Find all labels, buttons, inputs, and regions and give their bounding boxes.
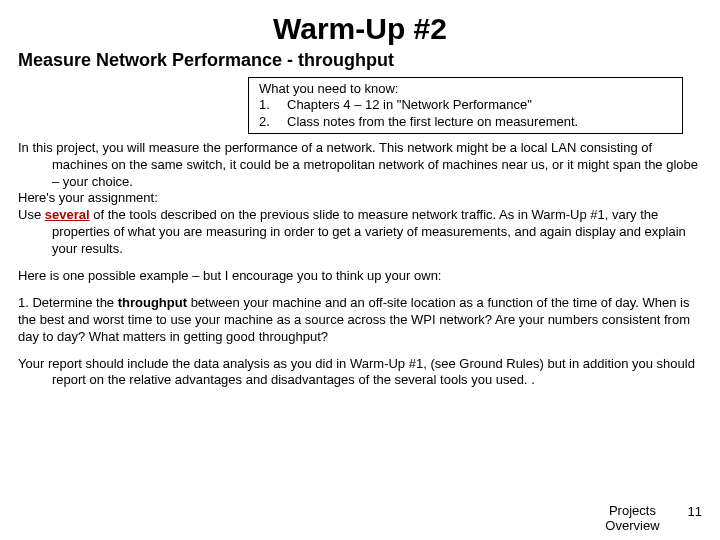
report-requirements: Your report should include the data anal…: [18, 356, 702, 390]
text-post: of the tools described on the previous s…: [52, 207, 686, 256]
prereq-num: 2.: [259, 114, 287, 130]
body-text: In this project, you will measure the pe…: [18, 140, 702, 390]
intro-line: In this project, you will measure the pe…: [18, 140, 702, 191]
assignment-line: Here's your assignment:: [18, 190, 702, 207]
use-several-line: Use several of the tools described on th…: [18, 207, 702, 258]
prereq-num: 1.: [259, 97, 287, 113]
footer-label-text: Projects Overview: [605, 503, 659, 533]
prereq-item: 2.Class notes from the first lecture on …: [259, 114, 676, 130]
page-number: 11: [688, 504, 702, 519]
prereq-item: 1.Chapters 4 – 12 in "Network Performanc…: [259, 97, 676, 113]
assignment-block: In this project, you will measure the pe…: [18, 140, 702, 258]
slide-title: Warm-Up #2: [18, 12, 702, 46]
prereq-text: Chapters 4 – 12 in "Network Performance": [287, 97, 532, 112]
prereq-header: What you need to know:: [259, 81, 676, 97]
bold-throughput: throughput: [118, 295, 187, 310]
text-pre: 1. Determine the: [18, 295, 118, 310]
slide-subtitle: Measure Network Performance - throughput: [18, 50, 702, 71]
footer-label: Projects Overview: [605, 504, 659, 534]
example-detail: 1. Determine the throughput between your…: [18, 295, 702, 346]
prereq-text: Class notes from the first lecture on me…: [287, 114, 578, 129]
emphasis-several: several: [45, 207, 90, 222]
slide-footer: Projects Overview 11: [605, 504, 702, 534]
report-line: Your report should include the data anal…: [18, 356, 702, 390]
text-pre: Use: [18, 207, 45, 222]
example-intro: Here is one possible example – but I enc…: [18, 268, 702, 285]
prerequisites-box: What you need to know: 1.Chapters 4 – 12…: [248, 77, 683, 134]
